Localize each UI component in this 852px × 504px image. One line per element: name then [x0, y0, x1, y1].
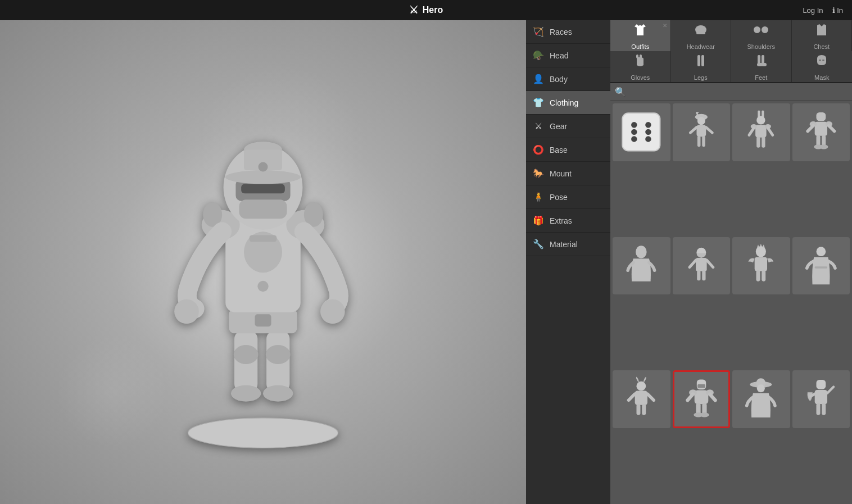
svg-line-51 [706, 128, 712, 133]
svg-point-74 [636, 246, 647, 258]
svg-rect-11 [250, 235, 277, 242]
bg-blob-2 [56, 335, 169, 448]
grid-item-8[interactable] [792, 237, 850, 295]
tab-label-outfits: Outfits [631, 43, 649, 50]
svg-point-81 [756, 246, 766, 257]
tab-label-feet: Feet [755, 74, 767, 81]
svg-line-90 [647, 394, 654, 400]
grid-item-9[interactable] [613, 370, 670, 428]
sidebar-label-gear: Gear [550, 122, 567, 131]
svg-rect-80 [702, 270, 705, 280]
svg-line-69 [829, 126, 835, 131]
sidebar-item-mount[interactable]: 🐎 Mount [526, 162, 610, 185]
sidebar-item-extras[interactable]: 🎁 Extras [526, 209, 610, 233]
svg-point-17 [320, 299, 345, 324]
sidebar-label-pose: Pose [550, 193, 568, 202]
svg-rect-8 [255, 314, 271, 326]
chest-icon [814, 22, 830, 41]
sidebar-item-gear[interactable]: ⚔ Gear [526, 115, 610, 138]
svg-rect-94 [697, 384, 705, 388]
sidebar-item-head[interactable]: 🪖 Head [526, 44, 610, 67]
feet-icon [753, 53, 769, 72]
svg-point-31 [762, 26, 768, 33]
sidebar-item-clothing[interactable]: 👕 Clothing [526, 91, 610, 115]
svg-point-27 [257, 280, 268, 291]
tab-headwear[interactable]: Headwear [671, 20, 732, 51]
close-outfits-icon[interactable]: ✕ [663, 22, 667, 29]
tab-chest[interactable]: Chest [792, 20, 853, 51]
category-tabs: ✕ Outfits He [610, 20, 852, 83]
sidebar-item-body[interactable]: 👤 Body [526, 67, 610, 91]
svg-rect-88 [635, 391, 647, 405]
tab-shoulders[interactable]: Shoulders [731, 20, 792, 51]
svg-point-4 [263, 385, 293, 401]
svg-rect-36 [762, 55, 764, 64]
sidebar-item-base[interactable]: ⭕ Base [526, 138, 610, 162]
base-icon: ⭕ [533, 144, 544, 155]
grid-item-11[interactable] [732, 370, 790, 428]
search-input[interactable] [629, 88, 848, 97]
grid-item-3[interactable] [732, 103, 790, 161]
svg-rect-79 [697, 270, 700, 280]
svg-point-73 [819, 145, 828, 149]
svg-rect-57 [755, 125, 767, 138]
tab-legs[interactable]: Legs [671, 51, 732, 82]
svg-rect-23 [241, 184, 285, 193]
grid-item-1[interactable] [613, 103, 670, 161]
shoulders-icon [753, 22, 769, 41]
sidebar-label-races: Races [550, 28, 572, 37]
sidebar-item-races[interactable]: 🏹 Races [526, 20, 610, 44]
info-button[interactable]: ℹ In [832, 6, 843, 15]
outfits-icon [632, 22, 648, 41]
login-button[interactable]: Log In [803, 6, 823, 15]
app-title: ⚔ Hero [409, 4, 443, 16]
sidebar-item-material[interactable]: 🔧 Material [526, 233, 610, 256]
grid-item-2[interactable] [673, 103, 731, 161]
svg-rect-52 [697, 136, 701, 147]
sidebar-item-pose[interactable]: 🧍 Pose [526, 185, 610, 209]
grid-item-5[interactable] [613, 237, 670, 295]
svg-point-46 [646, 129, 651, 135]
tab-label-mask: Mask [814, 74, 829, 81]
svg-point-30 [754, 26, 760, 33]
character-svg [156, 71, 370, 453]
sidebar-label-material: Material [550, 240, 578, 249]
sidebar-label-head: Head [550, 51, 568, 60]
grid-item-7[interactable] [732, 237, 790, 295]
svg-line-78 [707, 260, 713, 267]
tab-feet[interactable]: Feet [731, 51, 792, 82]
svg-line-89 [629, 394, 635, 400]
tab-mask[interactable]: Mask [792, 51, 853, 82]
material-icon: 🔧 [533, 239, 544, 249]
svg-rect-53 [702, 136, 705, 147]
svg-rect-29 [696, 32, 705, 34]
pose-icon: 🧍 [533, 192, 544, 202]
3d-viewport[interactable] [0, 20, 526, 504]
svg-rect-64 [816, 112, 826, 121]
svg-rect-86 [815, 266, 827, 268]
grid-item-10[interactable] [673, 370, 731, 428]
svg-rect-82 [755, 257, 767, 271]
tab-outfits[interactable]: ✕ Outfits [610, 20, 671, 51]
svg-point-42 [646, 122, 651, 128]
grid-item-6[interactable] [673, 237, 731, 295]
tab-label-legs: Legs [694, 74, 708, 81]
svg-point-85 [816, 247, 826, 256]
topbar: ⚔ Hero Log In ℹ In [0, 0, 852, 20]
svg-rect-37 [761, 63, 767, 66]
svg-line-99 [710, 394, 715, 400]
grid-item-4[interactable] [792, 103, 850, 161]
mask-icon [814, 53, 830, 72]
svg-point-16 [174, 299, 199, 324]
title-text: Hero [423, 5, 443, 15]
head-icon: 🪖 [533, 50, 544, 61]
svg-line-110 [827, 387, 833, 393]
svg-line-50 [690, 128, 696, 133]
tab-gloves[interactable]: Gloves [610, 51, 671, 82]
gear-icon: ⚔ [533, 121, 544, 131]
grid-item-12[interactable] [792, 370, 850, 428]
sidebar-label-body: Body [550, 75, 568, 84]
svg-point-3 [231, 385, 261, 401]
sidebar-label-extras: Extras [550, 216, 572, 225]
tab-label-chest: Chest [813, 43, 830, 50]
